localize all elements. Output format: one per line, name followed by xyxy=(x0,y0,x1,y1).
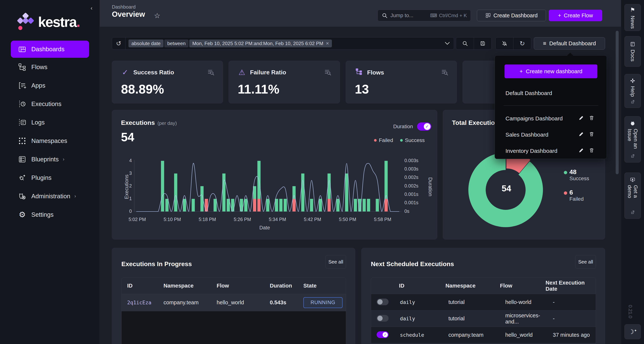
sidebar-item-administration[interactable]: Administration › xyxy=(0,187,100,205)
refresh-icon[interactable]: ↻ xyxy=(513,37,531,49)
remove-filter-icon[interactable]: × xyxy=(326,40,329,46)
search-icon xyxy=(382,12,388,19)
flows-icon xyxy=(18,63,26,71)
donut-legend-failed[interactable]: 6 Failed xyxy=(564,189,584,202)
y2-tick: 0.002s xyxy=(404,183,418,189)
create-new-dashboard-button[interactable]: + Create new dashboard xyxy=(504,64,598,78)
x-tick: 5:42 PM xyxy=(302,217,323,222)
rail-news-button[interactable]: ⚑ News xyxy=(624,4,641,31)
plus-icon: + xyxy=(558,12,561,19)
status-badge[interactable]: RUNNING xyxy=(303,297,342,308)
create-dashboard-button[interactable]: Create Dashboard xyxy=(477,10,546,21)
success-dot xyxy=(564,171,567,174)
delete-trash-icon[interactable] xyxy=(586,132,597,138)
sidebar-item-namespaces[interactable]: Namespaces xyxy=(0,132,100,150)
check-icon: ✓ xyxy=(121,68,129,77)
theme-toggle-button[interactable]: ☽✦ xyxy=(624,324,641,339)
svg-text:54: 54 xyxy=(502,184,511,193)
demo-screen-icon xyxy=(630,177,636,182)
kpi-drilldown-icon[interactable] xyxy=(207,68,214,77)
duration-toggle[interactable]: ✓ xyxy=(417,122,431,131)
table-row[interactable]: 2q1icEza company.team hello_world 0.543s… xyxy=(122,294,346,311)
filter-chip-field[interactable]: absolute date xyxy=(128,39,164,47)
filter-bar[interactable]: ↺ absolute date between Mon, Feb 10, 202… xyxy=(112,37,454,49)
y2-tick: 0.002s xyxy=(404,175,418,180)
menu-item-campaigns-dashboard[interactable]: Campaigns Dashboard xyxy=(506,110,597,126)
kestra-logo[interactable]: kestra. xyxy=(15,11,80,32)
menu-divider xyxy=(504,105,598,106)
toggle-knob: ✓ xyxy=(424,123,430,130)
table-row[interactable]: ✓ schedule company.team hello_world 37 m… xyxy=(371,327,596,343)
save-icon[interactable] xyxy=(474,37,492,49)
menu-item-default-dashboard[interactable]: Default Dashboard xyxy=(506,90,552,96)
rail-get-demo-button[interactable]: Get a demo xyxy=(624,173,641,219)
create-flow-button[interactable]: + Create Flow xyxy=(549,10,602,21)
search-icon[interactable] xyxy=(456,37,474,49)
history-icon[interactable]: ↺ xyxy=(112,37,126,49)
shortcut-hint: ⌨Ctrl/Cmd + K xyxy=(430,13,467,18)
dashboards-icon xyxy=(18,45,26,53)
trigger-toggle[interactable] xyxy=(377,315,388,322)
delete-trash-icon[interactable] xyxy=(586,148,597,154)
sidebar-item-dashboards[interactable]: Dashboards xyxy=(11,41,89,58)
chevron-down-icon[interactable] xyxy=(441,41,454,45)
sidebar-item-blueprints[interactable]: Blueprints › xyxy=(0,150,100,168)
x-tick: 5:26 PM xyxy=(232,217,253,222)
edit-pencil-icon[interactable] xyxy=(576,132,586,138)
failed-dot xyxy=(564,191,567,195)
dashboard-selector-button[interactable]: ≡ Default Dashboard xyxy=(534,37,605,49)
y2-tick: 0.001s xyxy=(404,200,418,205)
administration-shield-icon xyxy=(18,192,26,201)
rail-help-button[interactable]: Help xyxy=(624,74,641,108)
failed-dot xyxy=(374,139,377,142)
trigger-toggle[interactable] xyxy=(377,299,388,305)
kpi-drilldown-icon[interactable] xyxy=(324,68,332,77)
kpi-card-flows: Flows 13 xyxy=(346,61,457,103)
sidebar-collapse-icon[interactable]: ‹ xyxy=(87,4,96,12)
slack-icon xyxy=(630,78,636,83)
table-row[interactable]: daily tutorial hello-world - xyxy=(371,294,596,311)
executions-icon xyxy=(18,100,26,108)
menu-item-sales-dashboard[interactable]: Sales Dashboard xyxy=(506,127,597,143)
sidebar: ‹ kestra. Dashboards xyxy=(0,0,100,344)
next-scheduled-card: Next Scheduled Executions See all ID Nam… xyxy=(361,248,605,344)
jump-to-placeholder: Jump to... xyxy=(390,12,428,18)
jump-to-search[interactable]: Jump to... ⌨Ctrl/Cmd + K xyxy=(378,10,471,21)
legend-failed[interactable]: Failed xyxy=(374,137,393,143)
table-title: Executions In Progress xyxy=(122,260,192,268)
dashboard-grid-icon xyxy=(485,13,491,18)
y2-tick: 0s xyxy=(404,209,409,214)
sidebar-item-plugins[interactable]: Plugins xyxy=(0,168,100,187)
rail-docs-button[interactable]: Docs xyxy=(624,36,641,67)
sidebar-item-logs[interactable]: Logs xyxy=(0,113,100,132)
favorite-star-icon[interactable]: ☆ xyxy=(154,11,160,20)
vertical-scrollbar[interactable] xyxy=(616,31,619,174)
kpi-drilldown-icon[interactable] xyxy=(441,68,448,77)
y-tick: 0 xyxy=(125,209,132,214)
delete-trash-icon[interactable] xyxy=(586,115,597,122)
trigger-toggle[interactable]: ✓ xyxy=(377,331,388,338)
chevron-right-icon: › xyxy=(63,156,64,162)
bell-off-icon[interactable] xyxy=(496,37,513,49)
menu-item-inventory-dashboard[interactable]: Inventory Dashboard xyxy=(506,143,597,159)
breadcrumb: Dashboard xyxy=(112,4,136,10)
sidebar-item-executions[interactable]: Executions xyxy=(0,95,100,113)
see-all-button[interactable]: See all xyxy=(326,255,346,269)
x-tick: 5:50 PM xyxy=(337,217,358,222)
right-rail: ⚑ News Docs Help Open an Issue xyxy=(621,0,644,344)
legend-success[interactable]: Success xyxy=(400,137,425,143)
filter-chip-operator[interactable]: between xyxy=(164,39,188,47)
flow-tree-icon xyxy=(355,68,363,77)
donut-legend-success[interactable]: 48 Success xyxy=(564,168,589,182)
filter-chip-value[interactable]: Mon, Feb 10, 2025 5:02 PM:and:Mon, Feb 1… xyxy=(189,39,332,47)
see-all-button[interactable]: See all xyxy=(576,255,596,269)
table-row[interactable]: daily tutorial microservices-and... - xyxy=(371,311,596,327)
sidebar-item-flows[interactable]: Flows xyxy=(0,58,100,76)
sidebar-item-apps[interactable]: Apps xyxy=(0,76,100,95)
filter-actions-group xyxy=(456,37,492,49)
edit-pencil-icon[interactable] xyxy=(576,115,586,122)
edit-pencil-icon[interactable] xyxy=(576,148,586,154)
rail-open-issue-button[interactable]: Open an Issue xyxy=(624,116,641,162)
sidebar-item-settings[interactable]: ⚙ Settings xyxy=(0,205,100,224)
executions-total: 54 xyxy=(121,130,134,144)
